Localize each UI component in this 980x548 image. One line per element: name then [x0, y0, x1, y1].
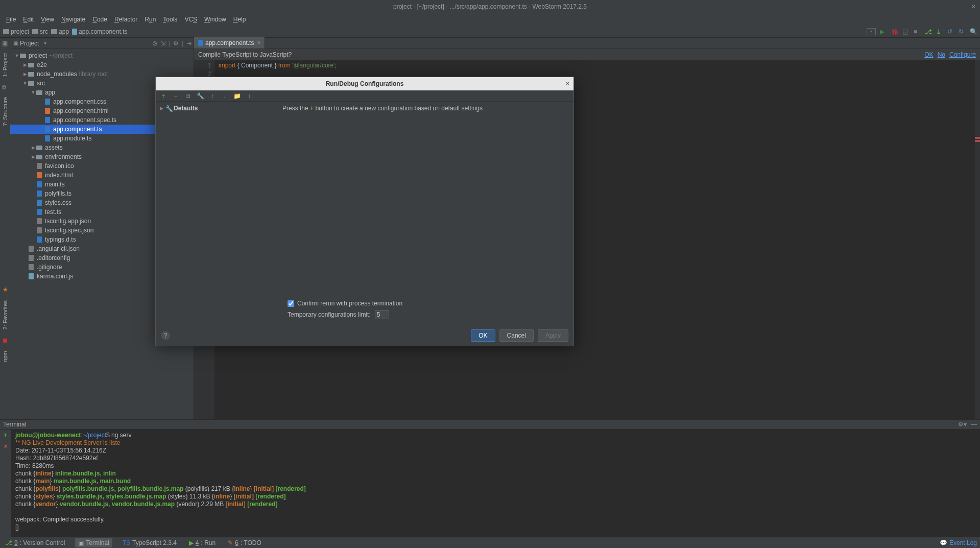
tree-arrow-icon[interactable]: ▼: [14, 53, 19, 58]
run-config-dropdown-icon[interactable]: ▾: [867, 28, 876, 35]
menu-window[interactable]: Window: [201, 15, 229, 24]
dialog-sort-icon[interactable]: ↕: [246, 92, 253, 100]
dialog-add-icon[interactable]: +: [160, 92, 167, 100]
gear-icon[interactable]: ⚙: [173, 40, 179, 47]
tool-run[interactable]: ▶4: Run: [187, 539, 218, 546]
dialog-cancel-button[interactable]: Cancel: [499, 329, 534, 342]
autoscroll-target-icon[interactable]: ⊚: [152, 40, 157, 47]
tree-arrow-icon[interactable]: ▶: [22, 72, 28, 77]
tool-todo[interactable]: ✎6: TODO: [226, 539, 264, 546]
menu-view[interactable]: View: [38, 15, 57, 24]
tree-node[interactable]: ▶e2e: [10, 60, 194, 69]
terminal-close-icon[interactable]: ×: [4, 443, 7, 450]
search-icon[interactable]: 🔍: [970, 28, 977, 35]
vcs-history-icon[interactable]: ↻: [959, 28, 966, 35]
tree-node[interactable]: ▼project~/project: [10, 51, 194, 60]
dialog-apply-button[interactable]: Apply: [538, 329, 568, 342]
terminal-panel: + × jobou@jobou-weenect:~/project$ ng se…: [0, 430, 980, 537]
event-log-button[interactable]: 💬Event Log: [940, 539, 977, 546]
terminal-output[interactable]: jobou@jobou-weenect:~/project$ ng serv *…: [11, 430, 980, 537]
hide-panel-icon[interactable]: ⇥: [186, 40, 192, 47]
project-panel-icon: ▣: [13, 40, 18, 46]
menu-code[interactable]: Code: [89, 15, 110, 24]
folder-icon: [36, 145, 43, 151]
dialog-up-icon[interactable]: ↑: [209, 92, 216, 100]
menu-tools[interactable]: Tools: [160, 15, 180, 24]
menu-vcs[interactable]: VCS: [181, 15, 200, 24]
tree-arrow-icon[interactable]: ▼: [22, 81, 28, 86]
tree-node-label: favicon.ico: [45, 162, 74, 170]
tool-project[interactable]: 1: Project: [2, 53, 8, 77]
tree-arrow-icon[interactable]: ▼: [31, 90, 36, 95]
crumb-app[interactable]: app: [51, 28, 69, 35]
menu-edit[interactable]: Edit: [20, 15, 37, 24]
error-stripe[interactable]: [975, 60, 980, 419]
dialog-save-template-icon[interactable]: 🔧: [197, 92, 204, 100]
vcs-branch-icon[interactable]: ⎇: [925, 28, 932, 35]
notification-ok-link[interactable]: OK: [924, 51, 933, 58]
debug-icon[interactable]: 🐞: [891, 28, 898, 35]
run-play-icon[interactable]: ▶: [880, 28, 887, 35]
structure-tool-icon[interactable]: ⧉: [2, 84, 8, 90]
project-panel-title[interactable]: Project: [20, 40, 39, 47]
crumb-file[interactable]: app.component.ts: [72, 28, 127, 35]
close-tab-icon[interactable]: ×: [257, 39, 260, 46]
project-view-dropdown-icon[interactable]: ▾: [44, 40, 46, 46]
notification-configure-link[interactable]: Configure: [949, 51, 976, 58]
tool-favorites[interactable]: 2: Favorites: [2, 300, 8, 329]
project-tool-icon[interactable]: ▣: [2, 40, 8, 46]
file-icon: [36, 181, 43, 187]
vcs-update-icon[interactable]: ⤓: [936, 28, 943, 35]
file-icon: [28, 246, 35, 252]
tool-terminal[interactable]: ▣Terminal: [75, 538, 112, 547]
menu-file[interactable]: File: [3, 15, 19, 24]
dialog-button-bar: ? OK Cancel Apply: [156, 325, 573, 346]
folder-icon: [28, 80, 35, 86]
dialog-config-tree[interactable]: ▶ 🔧 Defaults: [156, 102, 277, 325]
terminal-header-label[interactable]: Terminal: [3, 421, 26, 428]
collapse-all-icon[interactable]: ⇲: [160, 40, 165, 47]
npm-icon[interactable]: ◼: [3, 337, 8, 344]
vcs-commit-icon[interactable]: ↺: [947, 28, 954, 35]
run-debug-dialog: Run/Debug Configurations × + − ⧉ 🔧 ↑ ↓ 📁…: [155, 77, 574, 346]
dialog-limit-input[interactable]: [375, 310, 389, 319]
tree-arrow-icon[interactable]: ▶: [22, 62, 28, 67]
tool-structure[interactable]: 7: Structure: [2, 97, 8, 126]
tree-node-label: app.module.ts: [53, 135, 91, 142]
crumb-src[interactable]: src: [32, 28, 48, 35]
editor-tab-label: app.component.ts: [205, 39, 254, 46]
menu-help[interactable]: Help: [230, 15, 249, 24]
dialog-help-icon[interactable]: ?: [161, 331, 170, 340]
dialog-right-panel: Press the + button to create a new confi…: [277, 102, 573, 325]
terminal-add-icon[interactable]: +: [4, 432, 7, 439]
dialog-ok-button[interactable]: OK: [471, 329, 495, 342]
dialog-down-icon[interactable]: ↓: [221, 92, 228, 100]
dialog-defaults-node[interactable]: ▶ 🔧 Defaults: [160, 105, 273, 112]
tree-node-label: typings.d.ts: [45, 236, 76, 243]
coverage-icon[interactable]: ◱: [902, 28, 910, 35]
tree-arrow-icon[interactable]: ▶: [31, 154, 36, 159]
stop-icon[interactable]: ■: [914, 28, 921, 35]
favorites-icon[interactable]: ★: [3, 286, 8, 293]
dialog-remove-icon[interactable]: −: [172, 92, 179, 100]
dialog-copy-icon[interactable]: ⧉: [184, 92, 192, 100]
dialog-confirm-checkbox[interactable]: [288, 300, 294, 307]
terminal-gear-icon[interactable]: ⚙▾: [958, 421, 967, 428]
tool-version-control[interactable]: ⎇9: 9: Version ControlVersion Control: [3, 539, 67, 546]
window-close-icon[interactable]: ✕: [971, 3, 976, 10]
dialog-confirm-checkbox-row[interactable]: Confirm rerun with process termination: [288, 300, 563, 307]
editor-tab-app-component[interactable]: app.component.ts ×: [194, 37, 265, 49]
dialog-close-icon[interactable]: ×: [566, 80, 569, 87]
menu-navigate[interactable]: Navigate: [58, 15, 88, 24]
dialog-titlebar[interactable]: Run/Debug Configurations ×: [156, 77, 573, 90]
dialog-folder-icon[interactable]: 📁: [233, 92, 241, 100]
menu-run[interactable]: Run: [141, 15, 159, 24]
crumb-project[interactable]: project: [3, 28, 29, 35]
terminal-hide-icon[interactable]: —: [971, 421, 977, 428]
menu-refactor[interactable]: Refactor: [111, 15, 140, 24]
editor-tabs: app.component.ts ×: [194, 38, 980, 49]
tool-typescript[interactable]: TSTypeScript 2.3.4: [121, 539, 179, 546]
tree-arrow-icon[interactable]: ▶: [31, 145, 36, 150]
tool-npm[interactable]: npm: [2, 351, 8, 362]
notification-no-link[interactable]: No: [938, 51, 945, 58]
